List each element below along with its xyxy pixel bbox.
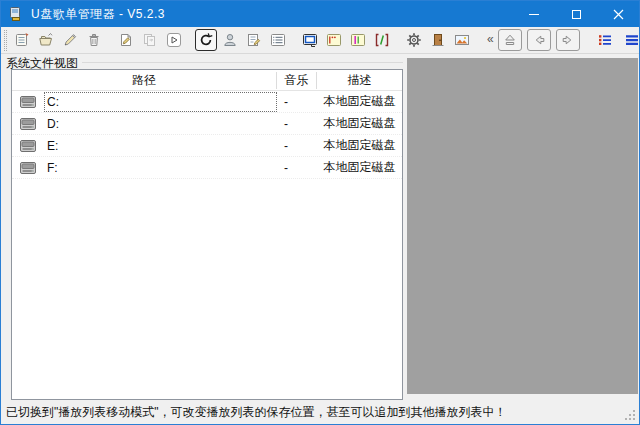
drive-music-cell: - [277,161,317,175]
drive-desc-cell: 本地固定磁盘 [317,159,402,176]
gear-icon [406,32,422,48]
view-list-button[interactable] [621,29,640,51]
drive-row[interactable]: C: - 本地固定磁盘 [12,91,402,113]
app-icon [8,6,24,22]
resize-grip[interactable] [623,408,636,421]
view-details-button[interactable] [594,29,616,51]
column-header-path[interactable]: 路径 [12,72,277,89]
arrow-left-icon [531,32,547,48]
new-playlist-icon [14,32,30,48]
details-list-icon [270,32,286,48]
hard-drive-icon [12,116,44,132]
drive-path-cell[interactable]: E: [44,136,277,156]
app-window: U盘歌单管理器 - V5.2.3 [0,0,640,425]
play-button[interactable] [163,29,185,51]
window-title: U盘歌单管理器 - V5.2.3 [31,6,165,23]
back-button[interactable] [527,29,551,51]
hard-drive-icon [12,138,44,154]
column-header-desc[interactable]: 描述 [317,72,402,89]
copy-files-icon [142,32,158,48]
minimize-icon [529,14,539,15]
drive-row[interactable]: F: - 本地固定磁盘 [12,157,402,179]
open-playlist-icon [38,32,54,48]
open-playlist-button[interactable] [35,29,57,51]
drive-desc-cell: 本地固定磁盘 [317,93,402,110]
view-button-group [594,29,640,51]
toolbar: « [1,27,639,54]
refresh-icon [198,32,214,48]
picture-icon [454,32,470,48]
play-icon [166,32,182,48]
edit-form-icon [246,32,262,48]
drive-desc-cell: 本地固定磁盘 [317,137,402,154]
brackets-slash-icon [374,32,390,48]
note-pink-bar-icon [350,32,366,48]
drive-table[interactable]: 路径 音乐 描述 C: - 本地固定磁盘 [11,69,403,400]
song-list-button[interactable] [267,29,289,51]
drive-path-cell[interactable]: C: [44,92,277,112]
user-button[interactable] [219,29,241,51]
note-red-marks-icon [326,32,342,48]
copy-file-button[interactable] [139,29,161,51]
eject-icon [502,32,518,48]
view-details-icon [597,32,613,48]
view-list-icon [624,32,640,48]
refresh-button[interactable] [195,29,217,51]
screen-view-button[interactable] [299,29,321,51]
close-icon [613,9,624,20]
drive-music-cell: - [277,139,317,153]
hard-drive-icon [12,160,44,176]
drive-row[interactable]: D: - 本地固定磁盘 [12,113,402,135]
drive-table-header: 路径 音乐 描述 [12,70,402,91]
close-button[interactable] [597,1,639,27]
forward-button[interactable] [556,29,580,51]
user-icon [222,32,238,48]
screen-icon [302,32,318,48]
titlebar: U盘歌单管理器 - V5.2.3 [1,1,639,27]
drive-desc-cell: 本地固定磁盘 [317,115,402,132]
drive-row[interactable]: E: - 本地固定磁盘 [12,135,402,157]
drive-table-body: C: - 本地固定磁盘 D: - 本地固定磁盘 [12,91,402,179]
playlist-panel-empty [407,58,638,394]
minimize-button[interactable] [513,1,555,27]
settings-button[interactable] [403,29,425,51]
statusbar: 已切换到"播放列表移动模式"，可改变播放列表的保存位置，甚至可以追加到其他播放列… [1,400,639,425]
group-label-line [82,62,403,63]
nav-button-group [498,29,582,51]
drive-music-cell: - [277,117,317,131]
about-button[interactable] [451,29,473,51]
arrow-right-icon [560,32,576,48]
new-playlist-button[interactable] [11,29,33,51]
eject-button[interactable] [498,29,522,51]
column-header-music[interactable]: 音乐 [277,72,317,89]
drive-music-cell: - [277,95,317,109]
new-file-button[interactable] [115,29,137,51]
maximize-icon [572,10,581,19]
code-brackets-button[interactable] [371,29,393,51]
edit-playlist-button[interactable] [59,29,81,51]
note-marks-button[interactable] [323,29,345,51]
note-bars-button[interactable] [347,29,369,51]
note-pencil-icon [118,32,134,48]
trash-icon [86,32,102,48]
hard-drive-icon [12,94,44,110]
maximize-button[interactable] [555,1,597,27]
edit-info-button[interactable] [243,29,265,51]
drive-path-cell[interactable]: F: [44,158,277,178]
door-exit-icon [430,32,446,48]
toolbar-gripper[interactable] [4,30,7,51]
status-text: 已切换到"播放列表移动模式"，可改变播放列表的保存位置，甚至可以追加到其他播放列… [6,404,507,421]
drive-path-cell[interactable]: D: [44,114,277,134]
exit-button[interactable] [427,29,449,51]
toolbar-overflow-chevron[interactable]: « [487,32,494,46]
edit-pencil-icon [62,32,78,48]
delete-playlist-button[interactable] [83,29,105,51]
